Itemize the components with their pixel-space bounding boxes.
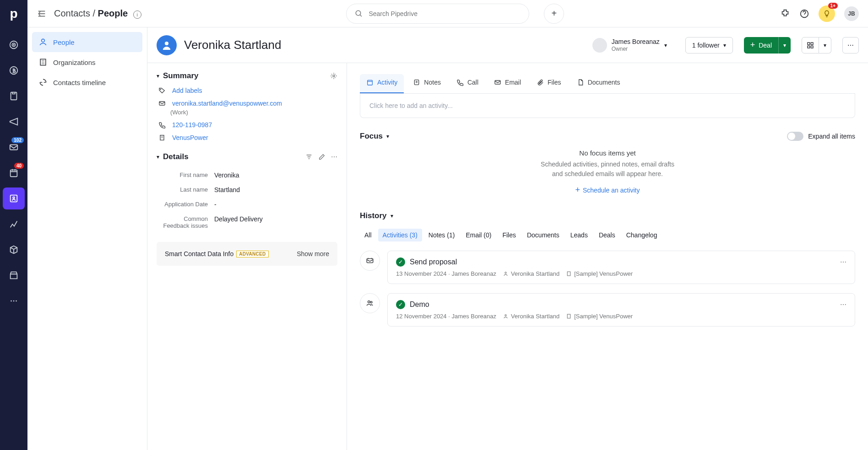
history-card[interactable]: ✓Demo⋯12 November 2024 · James BoreanazV… — [387, 293, 855, 327]
subnav-organizations[interactable]: Organizations — [32, 52, 142, 72]
field-label: Application Date — [157, 201, 214, 208]
activity-title: Demo — [410, 300, 429, 309]
done-check-icon[interactable]: ✓ — [396, 300, 405, 309]
chevron-down-icon: ▾ — [664, 42, 667, 48]
details-section-head[interactable]: ▾ Details ⋯ — [157, 152, 337, 161]
chevron-down-icon[interactable]: ▾ — [386, 133, 389, 139]
history-card[interactable]: ✓Send proposal⋯13 November 2024 · James … — [387, 251, 855, 284]
svg-rect-24 — [160, 135, 164, 140]
rail-products[interactable] — [3, 239, 25, 261]
history-filter-tab[interactable]: Leads — [566, 229, 592, 241]
person-header: Veronika Startland James Boreanaz Owner … — [147, 27, 868, 63]
history-filter-tab[interactable]: All — [360, 229, 376, 241]
help-icon[interactable] — [799, 9, 809, 19]
owner-selector[interactable]: James Boreanaz Owner ▾ — [592, 38, 667, 53]
add-labels-link[interactable]: Add labels — [172, 87, 202, 94]
svg-rect-34 — [567, 314, 570, 318]
rail-campaigns[interactable] — [3, 111, 25, 133]
chevron-down-icon[interactable]: ▾ — [391, 213, 393, 219]
schedule-activity-link[interactable]: +Schedule an activity — [575, 185, 640, 195]
filter-icon[interactable] — [305, 153, 313, 161]
subnav-people[interactable]: People — [32, 32, 142, 52]
rail-inbox[interactable]: 102 — [3, 136, 25, 158]
history-filter-tab[interactable]: Email (0) — [461, 229, 496, 241]
history-filter-tab[interactable]: Files — [498, 229, 521, 241]
left-panel: ▾ Summary Add labels veronika.startland@… — [147, 63, 347, 450]
left-rail: p 102 40 — [0, 0, 27, 450]
phone-link[interactable]: 120-119-0987 — [172, 121, 212, 129]
activity-input[interactable]: Click here to add an activity... — [360, 94, 855, 118]
rail-insights[interactable] — [3, 213, 25, 235]
field-value: Startland — [214, 186, 337, 193]
history-type-icon — [360, 293, 380, 313]
tab-email[interactable]: Email — [488, 74, 527, 93]
tab-call[interactable]: Call — [450, 74, 485, 93]
svg-rect-6 — [11, 170, 17, 177]
card-more-icon[interactable]: ⋯ — [840, 258, 846, 266]
layout-dropdown[interactable]: ▾ — [819, 37, 831, 54]
tab-documents[interactable]: Documents — [570, 74, 627, 93]
rail-marketplace[interactable] — [3, 264, 25, 286]
user-avatar[interactable]: JB — [844, 6, 859, 21]
history-filter-tab[interactable]: Deals — [594, 229, 620, 241]
org-link[interactable]: VenusPower — [172, 134, 208, 141]
history-filter-tab[interactable]: Activities (3) — [378, 229, 422, 241]
tab-activity[interactable]: Activity — [360, 74, 404, 93]
breadcrumb-parent[interactable]: Contacts — [54, 8, 90, 18]
tab-files[interactable]: Files — [530, 74, 568, 93]
owner-avatar — [592, 38, 607, 53]
rail-leads[interactable] — [3, 34, 25, 56]
person-avatar — [157, 35, 177, 55]
tips-icon[interactable]: 1+ — [819, 5, 835, 22]
edit-icon[interactable] — [318, 153, 326, 161]
global-search[interactable]: Search Pipedrive — [346, 4, 529, 24]
more-actions-button[interactable]: ⋯ — [842, 37, 859, 54]
menu-toggle[interactable] — [37, 9, 47, 19]
summary-section-head[interactable]: ▾ Summary — [157, 71, 337, 80]
svg-rect-25 — [368, 80, 373, 85]
composer-tabs: Activity Notes Call Email Files Document… — [360, 74, 855, 94]
add-deal-button[interactable]: +Deal — [744, 37, 778, 54]
email-type: (Work) — [170, 109, 337, 116]
extensions-icon[interactable] — [780, 9, 790, 19]
app-logo[interactable]: p — [10, 6, 17, 21]
breadcrumb: Contacts / People i — [54, 8, 141, 19]
inbox-badge: 102 — [11, 137, 24, 143]
chevron-down-icon: ▾ — [157, 73, 159, 79]
contacts-subnav: People Organizations Contacts timeline — [27, 27, 147, 450]
history-filter-tab[interactable]: Notes (1) — [424, 229, 460, 241]
followers-button[interactable]: 1 follower▾ — [685, 37, 733, 54]
history-filter-tab[interactable]: Documents — [522, 229, 564, 241]
svg-point-21 — [333, 75, 335, 77]
svg-point-12 — [356, 11, 361, 16]
subnav-timeline[interactable]: Contacts timeline — [32, 72, 142, 92]
svg-point-11 — [16, 300, 17, 302]
add-deal-dropdown[interactable]: ▾ — [778, 37, 791, 54]
gear-icon[interactable] — [330, 72, 337, 80]
quick-add-button[interactable]: + — [544, 4, 564, 24]
rail-activities[interactable]: 40 — [3, 162, 25, 184]
owner-role: Owner — [612, 46, 660, 52]
history-filter-tab[interactable]: Changelog — [622, 229, 662, 241]
expand-toggle[interactable] — [787, 132, 803, 141]
rail-deals[interactable] — [3, 59, 25, 81]
field-value: Veronika — [214, 171, 337, 179]
email-link[interactable]: veronika.startland@venuspowwer.com — [172, 100, 282, 107]
rail-more[interactable] — [3, 290, 25, 312]
done-check-icon[interactable]: ✓ — [396, 257, 405, 267]
more-icon[interactable]: ⋯ — [331, 153, 337, 161]
info-icon[interactable]: i — [133, 11, 141, 19]
svg-point-22 — [160, 89, 161, 90]
rail-projects[interactable] — [3, 85, 25, 107]
svg-rect-30 — [567, 272, 570, 276]
card-more-icon[interactable]: ⋯ — [840, 301, 846, 308]
svg-point-8 — [13, 197, 15, 198]
focus-title: Focus — [360, 132, 383, 141]
tab-notes[interactable]: Notes — [407, 74, 447, 93]
focus-empty-state: No focus items yet Scheduled activities,… — [360, 149, 855, 195]
field-label: Common Feedback issues — [157, 215, 214, 229]
show-more-link[interactable]: Show more — [297, 250, 329, 257]
layout-button[interactable] — [802, 37, 819, 54]
svg-rect-18 — [811, 43, 813, 45]
rail-contacts[interactable] — [3, 188, 25, 209]
